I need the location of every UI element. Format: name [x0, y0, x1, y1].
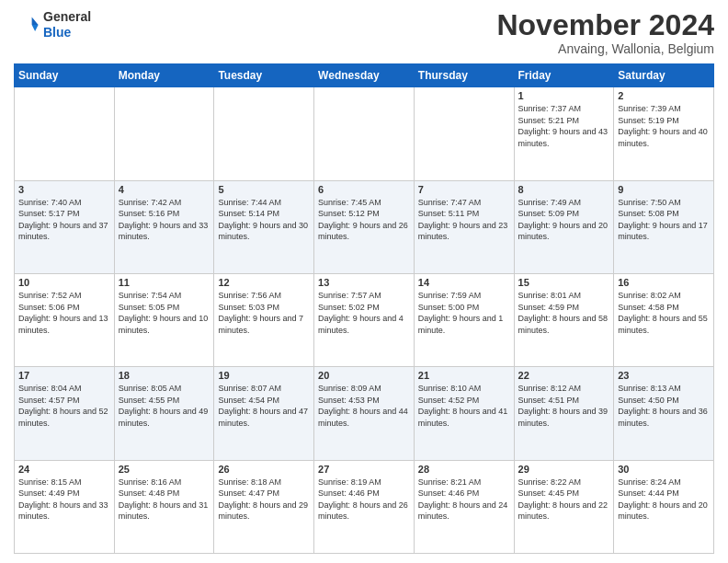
day-number: 28 — [418, 464, 510, 475]
calendar-cell — [114, 87, 214, 180]
calendar-body: 1Sunrise: 7:37 AM Sunset: 5:21 PM Daylig… — [15, 87, 714, 554]
day-number: 4 — [119, 184, 210, 195]
week-row-1: 1Sunrise: 7:37 AM Sunset: 5:21 PM Daylig… — [15, 87, 714, 180]
day-number: 29 — [518, 464, 610, 475]
day-info: Sunrise: 7:40 AM Sunset: 5:17 PM Dayligh… — [18, 197, 110, 243]
calendar-cell — [414, 87, 514, 180]
location: Anvaing, Wallonia, Belgium — [496, 41, 714, 56]
day-number: 15 — [518, 277, 610, 288]
week-row-3: 10Sunrise: 7:52 AM Sunset: 5:06 PM Dayli… — [15, 273, 714, 366]
calendar-cell: 24Sunrise: 8:15 AM Sunset: 4:49 PM Dayli… — [15, 460, 115, 553]
day-info: Sunrise: 8:04 AM Sunset: 4:57 PM Dayligh… — [18, 383, 110, 429]
calendar-cell: 28Sunrise: 8:21 AM Sunset: 4:46 PM Dayli… — [414, 460, 514, 553]
calendar-cell: 11Sunrise: 7:54 AM Sunset: 5:05 PM Dayli… — [114, 273, 214, 366]
day-info: Sunrise: 8:13 AM Sunset: 4:50 PM Dayligh… — [618, 383, 710, 429]
day-number: 23 — [618, 370, 710, 381]
calendar-cell: 15Sunrise: 8:01 AM Sunset: 4:59 PM Dayli… — [514, 273, 614, 366]
day-number: 1 — [518, 90, 610, 101]
day-info: Sunrise: 8:02 AM Sunset: 4:58 PM Dayligh… — [618, 290, 710, 336]
day-number: 19 — [218, 370, 310, 381]
calendar-cell — [314, 87, 415, 180]
day-info: Sunrise: 7:50 AM Sunset: 5:08 PM Dayligh… — [618, 197, 710, 243]
logo-general: General — [43, 9, 91, 25]
calendar-cell: 29Sunrise: 8:22 AM Sunset: 4:45 PM Dayli… — [514, 460, 614, 553]
day-number: 18 — [119, 370, 210, 381]
day-number: 10 — [18, 277, 110, 288]
day-number: 27 — [318, 464, 410, 475]
calendar-cell: 13Sunrise: 7:57 AM Sunset: 5:02 PM Dayli… — [314, 273, 415, 366]
week-row-4: 17Sunrise: 8:04 AM Sunset: 4:57 PM Dayli… — [15, 367, 714, 460]
day-number: 16 — [618, 277, 710, 288]
calendar-cell: 1Sunrise: 7:37 AM Sunset: 5:21 PM Daylig… — [514, 87, 614, 180]
calendar-cell: 2Sunrise: 7:39 AM Sunset: 5:19 PM Daylig… — [614, 87, 714, 180]
day-number: 22 — [518, 370, 610, 381]
calendar-cell: 19Sunrise: 8:07 AM Sunset: 4:54 PM Dayli… — [214, 367, 314, 460]
weekday-header-sunday: Sunday — [15, 64, 115, 87]
weekday-row: SundayMondayTuesdayWednesdayThursdayFrid… — [15, 64, 714, 87]
title-block: November 2024 Anvaing, Wallonia, Belgium — [496, 9, 714, 56]
calendar-cell: 10Sunrise: 7:52 AM Sunset: 5:06 PM Dayli… — [15, 273, 115, 366]
day-info: Sunrise: 7:54 AM Sunset: 5:05 PM Dayligh… — [119, 290, 210, 336]
day-info: Sunrise: 7:39 AM Sunset: 5:19 PM Dayligh… — [618, 103, 710, 149]
day-info: Sunrise: 8:19 AM Sunset: 4:46 PM Dayligh… — [318, 477, 410, 523]
calendar-cell: 27Sunrise: 8:19 AM Sunset: 4:46 PM Dayli… — [314, 460, 415, 553]
calendar-header: SundayMondayTuesdayWednesdayThursdayFrid… — [15, 64, 714, 87]
day-info: Sunrise: 8:01 AM Sunset: 4:59 PM Dayligh… — [518, 290, 610, 336]
calendar-cell: 26Sunrise: 8:18 AM Sunset: 4:47 PM Dayli… — [214, 460, 314, 553]
calendar-cell: 3Sunrise: 7:40 AM Sunset: 5:17 PM Daylig… — [15, 180, 115, 273]
weekday-header-friday: Friday — [514, 64, 614, 87]
calendar-cell: 17Sunrise: 8:04 AM Sunset: 4:57 PM Dayli… — [15, 367, 115, 460]
calendar-cell — [15, 87, 115, 180]
day-info: Sunrise: 7:47 AM Sunset: 5:11 PM Dayligh… — [418, 197, 510, 243]
day-info: Sunrise: 8:24 AM Sunset: 4:44 PM Dayligh… — [618, 477, 710, 523]
day-number: 21 — [418, 370, 510, 381]
day-number: 9 — [618, 184, 710, 195]
day-info: Sunrise: 7:45 AM Sunset: 5:12 PM Dayligh… — [318, 197, 410, 243]
day-info: Sunrise: 8:22 AM Sunset: 4:45 PM Dayligh… — [518, 477, 610, 523]
day-info: Sunrise: 7:37 AM Sunset: 5:21 PM Dayligh… — [518, 103, 610, 149]
day-info: Sunrise: 8:12 AM Sunset: 4:51 PM Dayligh… — [518, 383, 610, 429]
day-number: 2 — [618, 90, 710, 101]
week-row-5: 24Sunrise: 8:15 AM Sunset: 4:49 PM Dayli… — [15, 460, 714, 553]
weekday-header-wednesday: Wednesday — [314, 64, 415, 87]
day-info: Sunrise: 8:09 AM Sunset: 4:53 PM Dayligh… — [318, 383, 410, 429]
day-info: Sunrise: 7:56 AM Sunset: 5:03 PM Dayligh… — [218, 290, 310, 336]
calendar-cell: 25Sunrise: 8:16 AM Sunset: 4:48 PM Dayli… — [114, 460, 214, 553]
logo-icon — [14, 12, 40, 38]
day-info: Sunrise: 7:52 AM Sunset: 5:06 PM Dayligh… — [18, 290, 110, 336]
weekday-header-monday: Monday — [114, 64, 214, 87]
day-number: 17 — [18, 370, 110, 381]
day-info: Sunrise: 8:07 AM Sunset: 4:54 PM Dayligh… — [218, 383, 310, 429]
calendar-cell: 9Sunrise: 7:50 AM Sunset: 5:08 PM Daylig… — [614, 180, 714, 273]
calendar-cell: 7Sunrise: 7:47 AM Sunset: 5:11 PM Daylig… — [414, 180, 514, 273]
weekday-header-tuesday: Tuesday — [214, 64, 314, 87]
day-number: 14 — [418, 277, 510, 288]
day-info: Sunrise: 8:05 AM Sunset: 4:55 PM Dayligh… — [119, 383, 210, 429]
calendar-cell: 4Sunrise: 7:42 AM Sunset: 5:16 PM Daylig… — [114, 180, 214, 273]
day-number: 13 — [318, 277, 410, 288]
week-row-2: 3Sunrise: 7:40 AM Sunset: 5:17 PM Daylig… — [15, 180, 714, 273]
calendar-cell: 5Sunrise: 7:44 AM Sunset: 5:14 PM Daylig… — [214, 180, 314, 273]
calendar-cell: 23Sunrise: 8:13 AM Sunset: 4:50 PM Dayli… — [614, 367, 714, 460]
calendar-cell: 30Sunrise: 8:24 AM Sunset: 4:44 PM Dayli… — [614, 460, 714, 553]
day-info: Sunrise: 7:59 AM Sunset: 5:00 PM Dayligh… — [418, 290, 510, 336]
calendar-cell: 20Sunrise: 8:09 AM Sunset: 4:53 PM Dayli… — [314, 367, 415, 460]
header: General Blue November 2024 Anvaing, Wall… — [14, 9, 714, 56]
day-info: Sunrise: 8:18 AM Sunset: 4:47 PM Dayligh… — [218, 477, 310, 523]
weekday-header-saturday: Saturday — [614, 64, 714, 87]
day-number: 6 — [318, 184, 410, 195]
svg-marker-1 — [32, 25, 39, 31]
calendar-cell — [214, 87, 314, 180]
calendar-cell: 18Sunrise: 8:05 AM Sunset: 4:55 PM Dayli… — [114, 367, 214, 460]
day-number: 20 — [318, 370, 410, 381]
calendar-cell: 12Sunrise: 7:56 AM Sunset: 5:03 PM Dayli… — [214, 273, 314, 366]
day-info: Sunrise: 7:57 AM Sunset: 5:02 PM Dayligh… — [318, 290, 410, 336]
logo-text: General Blue — [43, 9, 91, 40]
day-number: 26 — [218, 464, 310, 475]
calendar-cell: 6Sunrise: 7:45 AM Sunset: 5:12 PM Daylig… — [314, 180, 415, 273]
month-title: November 2024 — [496, 9, 714, 41]
day-number: 3 — [18, 184, 110, 195]
day-info: Sunrise: 7:49 AM Sunset: 5:09 PM Dayligh… — [518, 197, 610, 243]
svg-marker-0 — [32, 17, 39, 24]
logo-blue: Blue — [43, 25, 91, 40]
